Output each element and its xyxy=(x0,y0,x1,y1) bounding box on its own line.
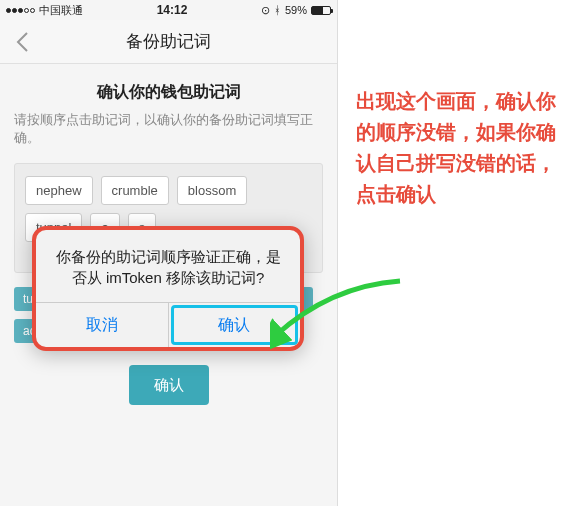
phone-frame: 中国联通 14:12 ⊙ ᚼ 59% 备份助记词 确认你的钱包助记词 请按顺序点… xyxy=(0,0,338,506)
nav-header: 备份助记词 xyxy=(0,20,337,64)
nav-title: 备份助记词 xyxy=(0,30,337,53)
status-bar: 中国联通 14:12 ⊙ ᚼ 59% xyxy=(0,0,337,20)
clock-label: 14:12 xyxy=(157,3,188,17)
status-right: ⊙ ᚼ 59% xyxy=(261,4,331,17)
page-description: 请按顺序点击助记词，以确认你的备份助记词填写正确。 xyxy=(14,111,323,147)
battery-icon xyxy=(311,6,331,15)
chevron-left-icon xyxy=(15,31,29,53)
dialog-button-row: 取消 确认 xyxy=(36,302,300,347)
carrier-label: 中国联通 xyxy=(39,3,83,18)
selected-word-chip[interactable]: blossom xyxy=(177,176,247,205)
bluetooth-icon: ᚼ xyxy=(274,4,281,16)
back-button[interactable] xyxy=(0,20,44,64)
selected-word-chip[interactable]: crumble xyxy=(101,176,169,205)
page-subtitle: 确认你的钱包助记词 xyxy=(14,82,323,103)
confirm-button[interactable]: 确认 xyxy=(129,365,209,405)
battery-pct-label: 59% xyxy=(285,4,307,16)
selected-word-chip[interactable]: nephew xyxy=(25,176,93,205)
dialog-confirm-button[interactable]: 确认 xyxy=(168,303,301,347)
annotation-text: 出现这个画面，确认你的顺序没错，如果你确认自己拼写没错的话，点击确认 xyxy=(356,86,556,210)
status-left: 中国联通 xyxy=(6,3,83,18)
confirm-dialog: 你备份的助记词顺序验证正确，是否从 imToken 移除该助记词? 取消 确认 xyxy=(32,226,304,351)
alarm-icon: ⊙ xyxy=(261,4,270,17)
dialog-cancel-button[interactable]: 取消 xyxy=(36,303,168,347)
signal-icon xyxy=(6,8,35,13)
dialog-message: 你备份的助记词顺序验证正确，是否从 imToken 移除该助记词? xyxy=(36,230,300,302)
